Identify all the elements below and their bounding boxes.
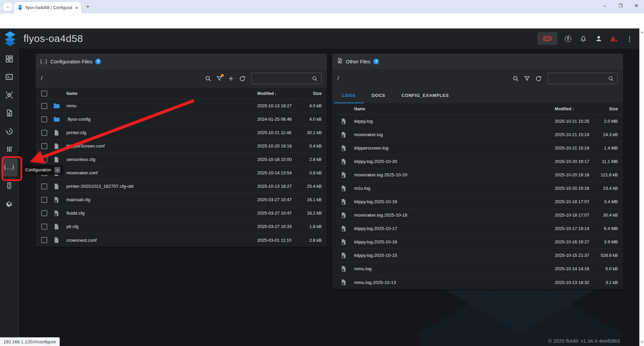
- file-modified: 2025-10-18 17:07: [555, 199, 594, 204]
- file-row[interactable]: klipperscreen.log2025-10-21 15:241.4 MB: [332, 141, 623, 155]
- sidebar-item-jobs[interactable]: [1, 104, 17, 122]
- column-size[interactable]: Size: [594, 106, 623, 111]
- tooltip-close-icon[interactable]: x: [54, 167, 60, 173]
- file-row[interactable]: printer.cfg2025-10-21 11:4830.1 kB: [36, 126, 327, 139]
- select-all-checkbox[interactable]: [41, 91, 47, 97]
- locate-printer-icon[interactable]: [563, 34, 573, 44]
- file-search-field[interactable]: [547, 73, 618, 84]
- configuration-files-panel: {..} Configuration Files ? / Name Modifi…: [36, 54, 327, 247]
- mmu-brand-icon[interactable]: [609, 34, 619, 44]
- column-size[interactable]: Size: [298, 91, 327, 96]
- file-size: 25.4 kB: [298, 184, 327, 189]
- column-name[interactable]: Name: [354, 107, 555, 111]
- file-row[interactable]: moonraker.log2025-10-21 15:2424.3 kB: [332, 128, 623, 141]
- configuration-files-toolbar: /: [36, 69, 327, 88]
- file-row[interactable]: moonraker.conf2025-10-14 13:540.8 kB: [36, 166, 327, 180]
- help-icon[interactable]: ?: [95, 59, 101, 64]
- file-name: moonraker.log.2025-10-18: [354, 213, 555, 218]
- tab-logs[interactable]: LOGS: [334, 88, 364, 103]
- row-checkbox[interactable]: [41, 143, 47, 149]
- window-minimize-button[interactable]: –: [599, 0, 610, 11]
- column-modified[interactable]: Modified↓: [257, 91, 298, 96]
- sidebar-item-history[interactable]: [1, 122, 17, 140]
- column-name[interactable]: Name: [66, 91, 257, 96]
- file-icon: [332, 131, 354, 138]
- file-search-input[interactable]: [254, 76, 311, 81]
- tab-config_examples[interactable]: CONFIG_EXAMPLES: [393, 88, 457, 103]
- file-size: 6.4 MB: [594, 226, 623, 231]
- tab-close-icon[interactable]: ✕: [75, 6, 78, 10]
- filter-icon[interactable]: [214, 73, 225, 84]
- file-name: klippy.log.2025-10-17: [354, 226, 555, 231]
- add-file-icon[interactable]: [225, 73, 236, 84]
- row-checkbox[interactable]: [41, 237, 47, 243]
- file-name: klipperscreen.log: [354, 146, 555, 151]
- file-row[interactable]: sensorless.cfg2025-10-16 15:002.8 kB: [36, 153, 327, 166]
- file-row[interactable]: moonraker.log.2025-10-202025-10-20 19:16…: [332, 168, 623, 182]
- window-close-button[interactable]: ✕: [631, 0, 642, 11]
- tooltip-label: Configuration: [25, 167, 51, 172]
- file-search-input[interactable]: [550, 76, 607, 81]
- search-icon[interactable]: [202, 73, 214, 84]
- sidebar-item-settings[interactable]: [1, 194, 17, 213]
- file-row[interactable]: plr.cfg2025-03-27 10:331.8 kB: [36, 220, 327, 233]
- search-icon[interactable]: [510, 73, 521, 84]
- tab-search-chevron-icon[interactable]: ⌄: [3, 3, 12, 11]
- row-checkbox[interactable]: [41, 183, 47, 189]
- row-checkbox[interactable]: [41, 157, 47, 163]
- file-row[interactable]: fluidd.cfg2025-03-27 10:4716.2 kB: [36, 207, 327, 220]
- file-row[interactable]: moonraker.log.2025-10-182025-10-18 17:07…: [332, 209, 623, 222]
- row-checkbox[interactable]: [41, 210, 47, 216]
- file-modified: 2025-10-16 15:00: [257, 157, 298, 162]
- file-row[interactable]: klippy.log.2025-10-202025-10-20 19:1711.…: [332, 155, 623, 168]
- row-checkbox[interactable]: [41, 103, 47, 109]
- file-row[interactable]: KlipperScreen.conf2025-10-20 19:160.4 kB: [36, 139, 327, 153]
- help-icon[interactable]: ?: [373, 59, 379, 64]
- file-row[interactable]: mmu2025-10-13 18:274.0 kB: [36, 99, 327, 113]
- sidebar-item-dashboard[interactable]: [1, 50, 17, 68]
- browser-tab[interactable]: flyos-0a4d58 | Configuration ✕: [14, 2, 81, 13]
- filter-icon[interactable]: [521, 73, 533, 84]
- notifications-bell-icon[interactable]: [578, 34, 588, 44]
- refresh-icon[interactable]: [533, 73, 544, 84]
- file-row[interactable]: .flyos-config2024-01-25 06:464.0 kB: [36, 113, 327, 126]
- file-row[interactable]: klippy.log.2025-10-162025-10-16 19:273.9…: [332, 235, 623, 249]
- file-name: mainsail.cfg: [66, 197, 257, 202]
- row-checkbox[interactable]: [41, 116, 47, 122]
- file-name: moonraker.conf: [66, 170, 257, 175]
- file-row[interactable]: crowsnest.conf2025-03-01 11:102.8 kB: [36, 233, 327, 247]
- sidebar-item-gcode-preview[interactable]: [1, 86, 17, 104]
- row-checkbox[interactable]: [41, 224, 47, 230]
- file-search-field[interactable]: [251, 73, 322, 84]
- file-row[interactable]: mainsail.cfg2025-03-27 10:4716.1 kB: [36, 193, 327, 207]
- file-row[interactable]: m2u.log2025-10-20 19:1623.4 kB: [332, 182, 623, 195]
- file-row[interactable]: klippy.log.2025-10-152025-10-15 21:37528…: [332, 249, 623, 262]
- file-row[interactable]: klippy.log.2025-10-182025-10-18 17:073.4…: [332, 195, 623, 209]
- file-row[interactable]: mmu.log2025-10-14 14:165.0 kB: [332, 262, 623, 276]
- annotation-highlight-box: [2, 156, 22, 181]
- scroll-down-arrow-icon[interactable]: [641, 341, 643, 343]
- row-checkbox[interactable]: [41, 130, 47, 136]
- column-modified[interactable]: Modified↓: [555, 107, 594, 111]
- app-menu-icon[interactable]: ⋮: [625, 34, 635, 44]
- file-row[interactable]: klippy.log.2025-10-172025-10-17 19:146.4…: [332, 222, 623, 235]
- file-name: printer.cfg: [66, 130, 257, 135]
- file-row[interactable]: mmu.log.2025-10-132025-10-13 18:323.1 kB: [332, 276, 623, 289]
- page-scrollbar[interactable]: [639, 28, 644, 346]
- scroll-up-arrow-icon[interactable]: [641, 31, 643, 33]
- refresh-icon[interactable]: [236, 73, 248, 84]
- file-size: 16.1 kB: [298, 197, 327, 202]
- file-modified: 2025-10-20 19:17: [555, 159, 594, 164]
- file-row[interactable]: klippy.log2025-10-21 15:252.0 MB: [332, 115, 623, 128]
- file-row[interactable]: printer-20251013_182707.cfg-old2025-10-1…: [36, 180, 327, 193]
- search-icon: [311, 73, 319, 84]
- user-account-icon[interactable]: [594, 34, 604, 44]
- row-checkbox[interactable]: [41, 197, 47, 203]
- new-tab-button[interactable]: +: [85, 3, 91, 10]
- file-size: 2.8 kB: [298, 157, 327, 162]
- emergency-stop-button[interactable]: [537, 32, 557, 45]
- tab-docs[interactable]: DOCS: [364, 88, 393, 103]
- sidebar-item-console[interactable]: [1, 68, 17, 86]
- sidebar-item-tune[interactable]: [1, 140, 17, 158]
- window-restore-button[interactable]: ❐: [615, 0, 626, 11]
